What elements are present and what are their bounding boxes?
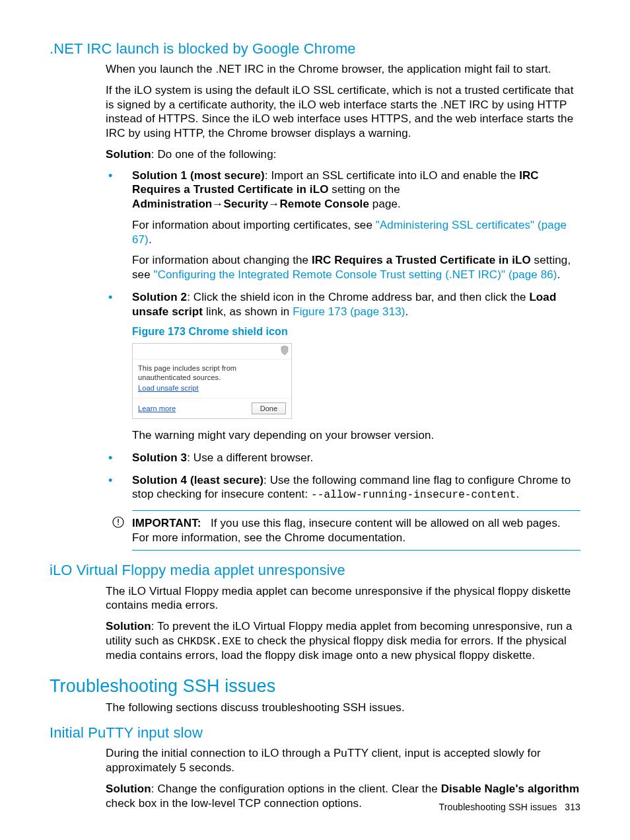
important-label: IMPORTANT: xyxy=(132,517,201,529)
text: . xyxy=(516,488,519,500)
text: For information about importing certific… xyxy=(132,219,376,231)
cross-ref-link[interactable]: Figure 173 (page 313) xyxy=(293,305,405,318)
text: . xyxy=(405,305,409,318)
cross-ref-link[interactable]: "Configuring the Integrated Remote Conso… xyxy=(154,268,557,281)
label: Solution xyxy=(106,783,151,795)
text: : Do one of the following: xyxy=(151,148,277,161)
figure-caption: Figure 173 Chrome shield icon xyxy=(132,325,580,338)
text: : Change the configuration options in th… xyxy=(151,783,441,795)
heading-net-irc: .NET IRC launch is blocked by Google Chr… xyxy=(50,40,580,58)
arrow-icon: → xyxy=(268,198,279,210)
shield-icon[interactable] xyxy=(281,346,289,357)
paragraph: The iLO Virtual Floppy media applet can … xyxy=(106,584,580,613)
page-number: 313 xyxy=(565,802,580,812)
paragraph: The following sections discuss troublesh… xyxy=(106,701,580,715)
heading-virtual-floppy: iLO Virtual Floppy media applet unrespon… xyxy=(50,561,580,580)
list-item: Solution 1 (most secure): Import an SSL … xyxy=(106,169,580,282)
paragraph: For information about importing certific… xyxy=(132,218,580,247)
label: Solution 1 (most secure) xyxy=(132,169,265,182)
svg-rect-2 xyxy=(118,523,118,525)
label: Disable Nagle's algorithm xyxy=(441,783,580,795)
svg-rect-1 xyxy=(118,519,118,523)
footer-text: Troubleshooting SSH issues xyxy=(439,802,557,812)
popup-message: This page includes script from unauthent… xyxy=(133,360,291,383)
label: Solution 2 xyxy=(132,291,187,303)
learn-more-link[interactable]: Learn more xyxy=(138,404,176,413)
paragraph: Solution: To prevent the iLO Virtual Flo… xyxy=(106,619,580,663)
paragraph: Solution 4 (least secure): Use the follo… xyxy=(132,473,580,502)
text: : Import an SSL certificate into iLO and… xyxy=(265,169,519,182)
code: CHKDSK.EXE xyxy=(177,636,241,648)
paragraph: The warning might vary depending on your… xyxy=(132,428,580,443)
code: --allow-running-insecure-content xyxy=(311,489,516,501)
label: Solution xyxy=(106,620,151,632)
nav-path: Security xyxy=(223,198,268,210)
text: : Click the shield icon in the Chrome ad… xyxy=(187,291,529,303)
heading-troubleshooting-ssh: Troubleshooting SSH issues xyxy=(50,675,580,698)
list-item: Solution 4 (least secure): Use the follo… xyxy=(106,473,580,502)
text: : Use a different browser. xyxy=(187,451,313,464)
important-note: IMPORTANT: If you use this flag, insecur… xyxy=(132,510,580,551)
paragraph: During the initial connection to iLO thr… xyxy=(106,746,580,775)
arrow-icon: → xyxy=(212,198,223,210)
text: check box in the low-level TCP connectio… xyxy=(106,797,362,810)
paragraph: For information about changing the IRC R… xyxy=(132,253,580,282)
label: Solution xyxy=(106,148,151,161)
label: Solution 3 xyxy=(132,451,187,464)
nav-path: Remote Console xyxy=(279,198,369,210)
paragraph: When you launch the .NET IRC in the Chro… xyxy=(106,62,580,77)
text: setting on the xyxy=(329,183,400,196)
text: . xyxy=(557,268,561,281)
label: IRC Requires a Trusted Certificate in iL… xyxy=(312,254,531,266)
load-unsafe-script-link[interactable]: Load unsafe script xyxy=(138,384,199,392)
paragraph: Solution: Do one of the following: xyxy=(106,147,580,162)
label: Solution 4 (least secure) xyxy=(132,474,263,486)
text: link, as shown in xyxy=(203,305,293,318)
text: page. xyxy=(369,198,401,210)
paragraph: Solution 3: Use a different browser. xyxy=(132,451,580,465)
paragraph: Solution 2: Click the shield icon in the… xyxy=(132,290,580,319)
text: . xyxy=(149,233,152,246)
heading-putty-slow: Initial PuTTY input slow xyxy=(50,724,580,742)
page-footer: Troubleshooting SSH issues 313 xyxy=(439,802,580,814)
done-button[interactable]: Done xyxy=(252,402,286,414)
list-item: Solution 3: Use a different browser. xyxy=(106,451,580,465)
chrome-shield-popup: This page includes script from unauthent… xyxy=(132,343,292,419)
paragraph: Solution 1 (most secure): Import an SSL … xyxy=(132,169,580,211)
list-item: Solution 2: Click the shield icon in the… xyxy=(106,290,580,443)
text: For information about changing the xyxy=(132,254,312,266)
nav-path: Administration xyxy=(132,198,212,210)
paragraph: If the iLO system is using the default i… xyxy=(106,83,580,141)
important-icon xyxy=(112,516,124,532)
